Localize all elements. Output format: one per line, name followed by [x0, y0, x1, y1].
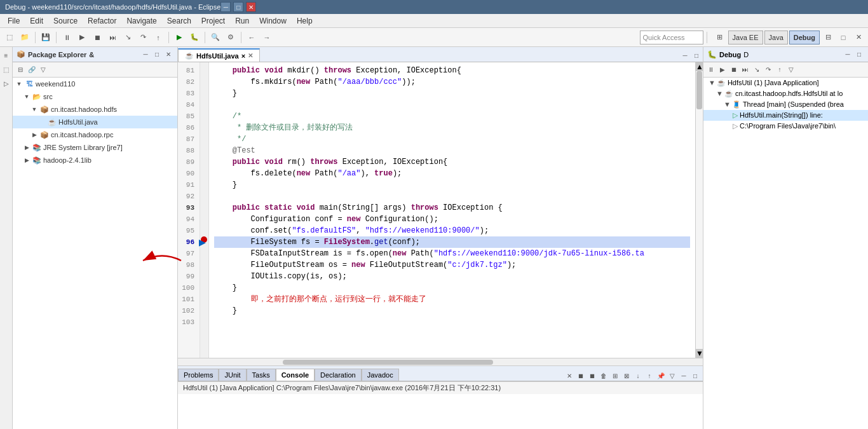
pkg-maximize[interactable]: □	[152, 50, 162, 60]
toolbar-btn6[interactable]: ⚙	[224, 31, 238, 44]
menu-navigate[interactable]: Navigate	[121, 15, 161, 27]
minimize-button[interactable]: ─	[220, 2, 231, 12]
tab-close-btn[interactable]: ✕	[248, 52, 253, 59]
pkg-close[interactable]: ✕	[163, 50, 173, 60]
console-maximize[interactable]: □	[690, 371, 700, 381]
menu-window[interactable]: Window	[254, 15, 292, 27]
collapse-all[interactable]: ⊟	[15, 65, 25, 75]
left-icon-2[interactable]: ⬚	[1, 64, 12, 75]
menu-run[interactable]: Run	[230, 15, 254, 27]
debug-item-class[interactable]: ▼ ☕ cn.itcast.hadoop.hdfs.HdfsUtil at lo	[703, 88, 868, 99]
left-icon-1[interactable]: ≡	[1, 50, 12, 61]
menu-file[interactable]: File	[3, 15, 25, 27]
new-button[interactable]: ⬚	[3, 31, 17, 44]
debug-step-return[interactable]: ↑	[775, 65, 785, 75]
console-btn2[interactable]: ⏹	[576, 371, 586, 381]
console-menu[interactable]: ▽	[667, 371, 677, 381]
debug-btn2[interactable]: ▶	[75, 31, 89, 44]
debug-step-over[interactable]: ↷	[763, 65, 773, 75]
debug-disconnect[interactable]: ⏭	[740, 65, 750, 75]
tab-problems[interactable]: Problems	[178, 369, 219, 381]
left-icon-3[interactable]: ▷	[1, 78, 12, 89]
pkg-minimize[interactable]: ─	[140, 50, 151, 60]
debug-tb3[interactable]: ⏹	[729, 65, 739, 75]
tab-tasks[interactable]: Tasks	[247, 369, 276, 381]
menu-search[interactable]: Search	[162, 15, 196, 27]
debug-tb2[interactable]: ▶	[717, 65, 728, 75]
debug-item-frame1[interactable]: ▷ HdfsUtil.main(String[]) line:	[703, 110, 868, 121]
tree-item-pkg2[interactable]: ▶ 📦 cn.itcast.hadoop.rpc	[13, 128, 177, 141]
console-btn5[interactable]: ⊠	[621, 371, 632, 381]
toolbar-btn7[interactable]: ←	[245, 31, 259, 44]
title-bar-controls[interactable]: ─ □ ✕	[220, 2, 256, 12]
tab-javadoc[interactable]: Javadoc	[362, 369, 399, 381]
scroll-down-btn[interactable]: ▼	[696, 349, 703, 358]
debug-btn4[interactable]: ⏭	[105, 31, 119, 44]
console-btn4[interactable]: ⊞	[610, 371, 620, 381]
toolbar-menu[interactable]: ⊟	[821, 31, 835, 44]
menu-source[interactable]: Source	[48, 15, 83, 27]
menu-project[interactable]: Project	[196, 15, 230, 27]
console-btn3[interactable]: ⏹	[587, 371, 597, 381]
toolbar-max[interactable]: □	[836, 31, 850, 44]
editor-tab-hdfsutil[interactable]: ☕ HdfsUtil.java × ✕	[178, 48, 260, 62]
quick-access-input[interactable]: Quick Access	[640, 31, 703, 44]
console-pin[interactable]: 📌	[656, 371, 666, 381]
debug-run[interactable]: 🐛	[187, 31, 201, 44]
editor-minimize[interactable]: ─	[680, 50, 690, 60]
debug-item-frame2[interactable]: ▷ C:\Program Files\Java\jre7\bin\	[703, 121, 868, 132]
tab-declaration[interactable]: Declaration	[315, 369, 362, 381]
tab-console[interactable]: Console	[276, 369, 315, 381]
debug-panel-minimize[interactable]: ─	[843, 50, 853, 60]
debug-panel-maximize[interactable]: □	[854, 50, 864, 60]
code-content[interactable]: public void mkdir() throws Exception, IO…	[209, 62, 695, 358]
close-button[interactable]: ✕	[246, 2, 256, 12]
editor-vscrollbar[interactable]: ▲ ▼	[695, 62, 703, 358]
tree-item-hadooplib[interactable]: ▶ 📚 hadoop-2.4.1lib	[13, 154, 177, 167]
menu-edit[interactable]: Edit	[25, 15, 48, 27]
perspective-java[interactable]: Java	[764, 31, 788, 44]
toolbar-btn5[interactable]: 🔍	[208, 31, 222, 44]
perspective-debug[interactable]: Debug	[789, 31, 820, 44]
console-minimize[interactable]: ─	[679, 371, 689, 381]
code-line-100: }	[214, 282, 690, 294]
toolbar-close[interactable]: ✕	[851, 31, 865, 44]
menu-refactor[interactable]: Refactor	[83, 15, 121, 27]
debug-btn1[interactable]: ⏸	[60, 31, 74, 44]
step-over[interactable]: ↷	[136, 31, 150, 44]
tree-item-hdfsutil[interactable]: ☕ HdfsUtil.java	[13, 116, 177, 128]
tree-item-src[interactable]: ▼ 📂 src	[13, 90, 177, 103]
open-perspective[interactable]: ⊞	[713, 31, 727, 44]
scroll-up-btn[interactable]: ▲	[696, 62, 703, 71]
debug-tb1[interactable]: ⏸	[706, 65, 716, 75]
tab-junit[interactable]: JUnit	[219, 369, 246, 381]
run-button[interactable]: ▶	[172, 31, 186, 44]
editor-hscrollbar[interactable]	[178, 358, 703, 365]
menu-help[interactable]: Help	[292, 15, 318, 27]
link-with-editor[interactable]: 🔗	[27, 65, 37, 75]
toolbar-btn8[interactable]: →	[260, 31, 274, 44]
step-return[interactable]: ↑	[151, 31, 165, 44]
editor-maximize[interactable]: □	[691, 50, 702, 60]
debug-btn3[interactable]: ⏹	[90, 31, 104, 44]
console-content[interactable]	[178, 394, 703, 429]
debug-item-app[interactable]: ▼ ☕ HdfsUtil (1) [Java Application]	[703, 78, 868, 88]
tree-item-weekend110[interactable]: ▼ 🏗 weekend110	[13, 78, 177, 90]
step-into[interactable]: ↘	[121, 31, 135, 44]
debug-item-thread[interactable]: ▼ 🧵 Thread [main] (Suspended (brea	[703, 99, 868, 110]
open-button[interactable]: 📁	[18, 31, 32, 44]
save-button[interactable]: 💾	[39, 31, 53, 44]
console-btn6[interactable]: ↓	[633, 371, 643, 381]
debug-view-menu[interactable]: ▽	[786, 65, 796, 75]
pkg-view-menu[interactable]: ▽	[38, 65, 48, 75]
console-btn7[interactable]: ↑	[644, 371, 654, 381]
console-clear[interactable]: 🗑	[599, 371, 609, 381]
tree-item-pkg1[interactable]: ▼ 📦 cn.itcast.hadoop.hdfs	[13, 103, 177, 116]
scroll-thumb[interactable]	[696, 71, 702, 109]
tree-item-jre[interactable]: ▶ 📚 JRE System Library [jre7]	[13, 141, 177, 154]
hscroll-thumb[interactable]	[283, 360, 492, 365]
maximize-button[interactable]: □	[233, 2, 243, 12]
perspective-javaee[interactable]: Java EE	[728, 31, 763, 44]
debug-step-into[interactable]: ↘	[752, 65, 762, 75]
console-btn1[interactable]: ✕	[564, 371, 574, 381]
